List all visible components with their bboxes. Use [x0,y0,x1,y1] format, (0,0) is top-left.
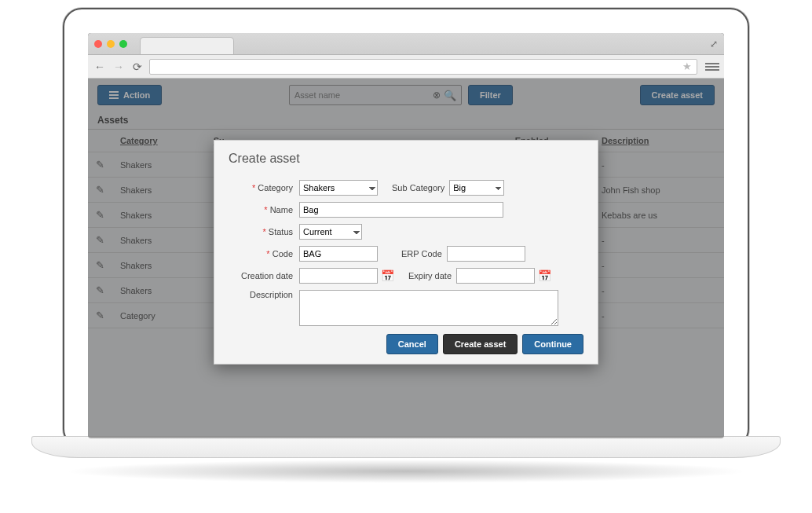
cell-description: - [594,278,724,303]
label-description: Description [229,290,299,299]
action-menu-button[interactable]: Action [97,85,162,105]
col-description[interactable]: Description [602,136,649,145]
filter-button[interactable]: Filter [468,85,513,105]
label-status: Status [229,227,299,236]
section-title: Assets [88,112,724,130]
calendar-icon[interactable]: 📅 [538,269,551,282]
category-select[interactable]: Shakers [299,180,378,196]
edit-icon[interactable]: ✎ [96,209,104,221]
cancel-button[interactable]: Cancel [386,334,438,354]
hamburger-icon [109,91,119,99]
label-creation-date: Creation date [229,271,299,280]
search-box[interactable]: ⊗ 🔍 [289,85,462,105]
create-asset-button[interactable]: Create asset [640,85,715,105]
browser-menu-icon[interactable] [705,60,719,74]
laptop-base [31,436,781,458]
label-expiry-date: Expiry date [408,271,452,280]
modal-title: Create asset [229,152,583,166]
cell-description: - [594,253,724,278]
edit-icon[interactable]: ✎ [96,234,104,246]
create-asset-label: Create asset [652,90,703,100]
reload-icon[interactable]: ⟳ [130,60,144,73]
window-close-dot[interactable] [94,40,102,48]
edit-icon[interactable]: ✎ [96,310,104,321]
modal-footer: Cancel Create asset Continue [229,334,583,354]
screen: ⤢ ← → ⟳ ★ Action ⊗ [88,33,724,438]
filter-label: Filter [480,90,501,100]
col-category[interactable]: Category [120,136,158,145]
calendar-icon[interactable]: 📅 [381,269,394,282]
erp-code-input[interactable] [447,246,525,262]
fullscreen-icon[interactable]: ⤢ [710,38,718,49]
laptop-shadow [63,460,749,483]
forward-icon[interactable]: → [112,60,126,73]
app-page: Action ⊗ 🔍 Filter Create asset Assets [88,79,724,438]
cell-description: - [594,303,724,328]
label-code: Code [229,249,299,258]
cell-description: John Fish shop [594,178,724,203]
edit-icon[interactable]: ✎ [96,259,104,271]
browser-tab[interactable] [140,37,234,54]
name-input[interactable] [299,202,503,218]
label-subcategory: Sub Category [392,183,444,192]
label-category: Category [229,183,299,192]
status-select[interactable]: Current [299,224,362,240]
cell-description: - [594,152,724,178]
cell-category: Shakers [112,178,206,203]
cell-category: Shakers [112,253,206,278]
cell-category: Shakers [112,278,206,303]
back-icon[interactable]: ← [93,60,107,73]
window-minimize-dot[interactable] [107,40,115,48]
search-input[interactable] [294,90,430,100]
creation-date-input[interactable] [299,268,378,284]
search-icon[interactable]: 🔍 [444,90,456,101]
cell-category: Category [112,303,206,328]
clear-icon[interactable]: ⊗ [433,90,441,101]
app-toolbar: Action ⊗ 🔍 Filter Create asset [88,79,724,112]
browser-url-bar: ← → ⟳ ★ [88,55,724,79]
create-asset-submit-button[interactable]: Create asset [443,334,518,354]
continue-button[interactable]: Continue [522,334,583,354]
action-label: Action [123,90,150,100]
code-input[interactable] [299,246,378,262]
subcategory-select[interactable]: Big [449,180,504,196]
label-erp-code: ERP Code [401,249,442,258]
bookmark-star-icon[interactable]: ★ [682,60,692,72]
description-textarea[interactable] [299,290,558,326]
window-maximize-dot[interactable] [119,40,127,48]
cell-category: Shakers [112,152,206,178]
cell-description: - [594,228,724,253]
cell-description: Kebabs are us [594,203,724,228]
cell-category: Shakers [112,228,206,253]
edit-icon[interactable]: ✎ [96,284,104,296]
edit-icon[interactable]: ✎ [96,184,104,196]
edit-icon[interactable]: ✎ [96,159,104,170]
expiry-date-input[interactable] [456,268,535,284]
label-name: Name [229,205,299,214]
browser-tab-bar: ⤢ [88,33,724,55]
url-input[interactable]: ★ [149,59,697,75]
laptop-frame: ⤢ ← → ⟳ ★ Action ⊗ [63,8,749,448]
cell-category: Shakers [112,203,206,228]
create-asset-modal: Create asset Category Shakers Sub Catego… [214,140,598,365]
